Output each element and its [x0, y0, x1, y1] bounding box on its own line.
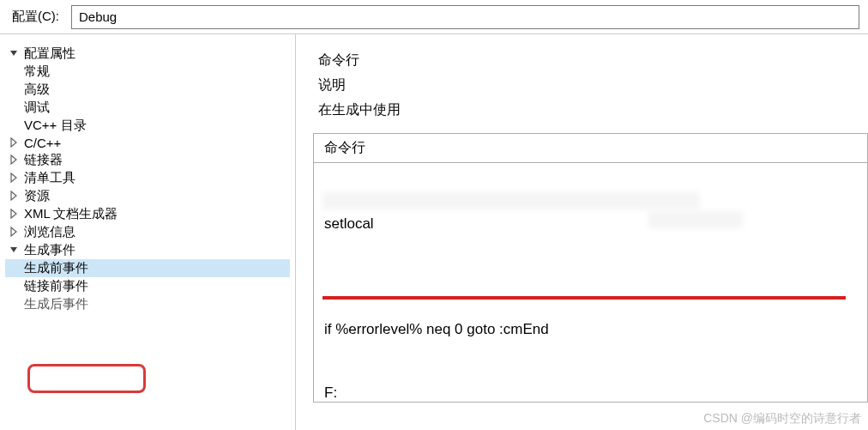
main-area: 配置属性 常规 高级 调试 VC++ 目录 C/ — [0, 34, 868, 430]
tree-item-label: C/C++ — [24, 136, 61, 150]
commandline-textarea[interactable]: setlocal if %errorlevel% neq 0 goto :cmE… — [313, 162, 868, 403]
tree-item-label: 常规 — [24, 64, 50, 80]
tree-item-label: XML 文档生成器 — [24, 206, 118, 222]
tree-item-manifest[interactable]: 清单工具 — [5, 169, 290, 187]
chevron-right-icon[interactable] — [9, 227, 21, 239]
tree-item-prebuild[interactable]: 生成前事件 — [5, 259, 290, 277]
chevron-right-icon[interactable] — [9, 154, 21, 167]
tree-item-label: 浏览信息 — [24, 224, 75, 240]
tree-item-postbuild[interactable]: 生成后事件 — [5, 295, 290, 313]
prop-description[interactable]: 说明 — [313, 73, 868, 98]
property-tree[interactable]: 配置属性 常规 高级 调试 VC++ 目录 C/ — [5, 45, 290, 313]
config-top-bar: 配置(C): Debug — [0, 0, 868, 34]
cmd-line: if %errorlevel% neq 0 goto :cmEnd — [324, 319, 857, 341]
tree-panel: 配置属性 常规 高级 调试 VC++ 目录 C/ — [0, 34, 296, 430]
right-panel: 命令行 说明 在生成中使用 命令行 setlocal if %errorleve… — [296, 34, 868, 430]
config-dropdown[interactable]: Debug — [71, 5, 859, 29]
tree-item-label: 链接前事件 — [24, 278, 88, 294]
config-dropdown-value: Debug — [79, 9, 117, 24]
chevron-down-icon[interactable] — [9, 48, 21, 60]
tree-item-label: 清单工具 — [24, 170, 75, 186]
tree-item-xmldoc[interactable]: XML 文档生成器 — [5, 205, 290, 223]
tree-item-label: 调试 — [24, 100, 50, 116]
redaction-blur — [322, 192, 700, 209]
tree-item-label: 高级 — [24, 82, 50, 98]
cmd-line: F: — [324, 383, 857, 403]
tree-root[interactable]: 配置属性 — [5, 45, 290, 63]
tree-item-linker[interactable]: 链接器 — [5, 151, 290, 169]
tree-item-browseinfo[interactable]: 浏览信息 — [5, 223, 290, 241]
tree-item-resources[interactable]: 资源 — [5, 187, 290, 205]
commandline-header: 命令行 — [313, 133, 868, 162]
tree-item-general[interactable]: 常规 — [5, 63, 290, 81]
tree-item-label: 链接器 — [24, 152, 63, 168]
chevron-right-icon[interactable] — [9, 191, 21, 203]
tree-item-buildevents[interactable]: 生成事件 — [5, 241, 290, 259]
prop-commandline[interactable]: 命令行 — [313, 48, 868, 73]
property-grid: 命令行 说明 在生成中使用 — [313, 48, 868, 123]
tree-item-label: 生成事件 — [24, 242, 75, 258]
cmd-line: setlocal — [324, 214, 857, 235]
chevron-right-icon[interactable] — [9, 173, 21, 185]
tree-item-label: 生成前事件 — [24, 260, 88, 276]
tree-root-label: 配置属性 — [24, 45, 75, 62]
tree-item-advanced[interactable]: 高级 — [5, 81, 290, 99]
tree-item-label: 生成后事件 — [24, 296, 88, 312]
annotation-underline — [322, 296, 846, 300]
config-label: 配置(C): — [9, 7, 63, 27]
tree-item-debug[interactable]: 调试 — [5, 99, 290, 117]
chevron-right-icon[interactable] — [9, 137, 21, 149]
chevron-down-icon[interactable] — [9, 245, 21, 257]
tree-item-label: VC++ 目录 — [24, 118, 87, 134]
chevron-right-icon[interactable] — [9, 209, 21, 221]
tree-item-vcdirs[interactable]: VC++ 目录 — [5, 117, 290, 135]
annotation-highlight — [27, 364, 146, 393]
tree-item-prelink[interactable]: 链接前事件 — [5, 277, 290, 295]
tree-item-ccpp[interactable]: C/C++ — [5, 135, 290, 151]
redaction-blur — [648, 211, 743, 228]
prop-useinbuild[interactable]: 在生成中使用 — [313, 98, 868, 123]
tree-item-label: 资源 — [24, 188, 50, 204]
